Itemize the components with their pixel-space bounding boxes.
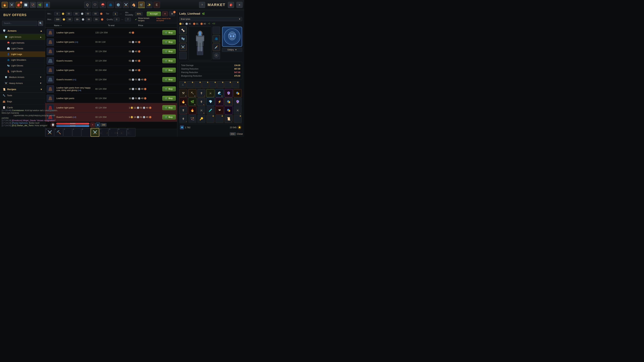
sidebar-item-tools[interactable]: 🔧 Tools: [0, 92, 45, 98]
min-gold-input[interactable]: [54, 12, 60, 15]
slot-ring1[interactable]: [179, 52, 187, 59]
inv-slot[interactable]: 📜 1: [224, 115, 232, 123]
inv-slot[interactable]: 🗡 3: [179, 115, 187, 123]
top-icon-skills[interactable]: ⚔️: [9, 2, 15, 8]
nav-quests[interactable]: Q Q: [84, 2, 90, 8]
sidebar-item-light-helmets[interactable]: ⛑️ Light Helmets: [0, 40, 45, 46]
slot-helmet[interactable]: [213, 27, 220, 34]
search-button[interactable]: 🔍: [38, 21, 43, 26]
quality-max-input[interactable]: [125, 17, 131, 21]
buy-button[interactable]: 🛒 Buy: [162, 58, 176, 63]
inv-slot[interactable]: ⛏ 16: [188, 89, 196, 97]
sidebar-item-cards[interactable]: 🃏 Cards: [0, 105, 45, 111]
table-row[interactable]: Guard's trousers [+1] 0D 12H 35M 01 ○ 01…: [45, 75, 177, 84]
accept-button[interactable]: Accept: [147, 11, 161, 16]
table-row[interactable]: Leather light pants 0D 15H 46M 01 S 40 C…: [45, 65, 177, 75]
top-icon-profile[interactable]: 👤: [44, 2, 50, 8]
table-row[interactable]: Guard's trousers 1D 12H 35M 01 S 40 C 🛒 …: [45, 56, 177, 65]
inv-slot[interactable]: 🌊 26: [216, 89, 224, 97]
inv-slot[interactable]: 🧪: [206, 106, 214, 114]
lock-slot[interactable]: 🔒: [210, 81, 216, 88]
inv-slot[interactable]: 🔑: [198, 115, 206, 123]
top-icon-guild[interactable]: 🏹: [30, 2, 36, 8]
table-row[interactable]: Leather light pants [+1] 0D 8H 11M 01 S …: [45, 37, 177, 47]
inv-slot[interactable]: 🌿 25: [188, 98, 196, 106]
buy-button[interactable]: 🛒 Buy: [162, 77, 176, 82]
lock-slot[interactable]: 🔒: [224, 81, 232, 88]
sidebar-category-armors[interactable]: 🛡️ Armors ▲: [0, 27, 45, 34]
nav-market[interactable]: 🛒 VISITING: [138, 2, 144, 8]
max-silver2-input[interactable]: [74, 17, 80, 21]
slot-weapon-right[interactable]: 🗡️: [213, 43, 220, 51]
lock-slot[interactable]: 🔒: [202, 81, 209, 88]
sidebar-item-heavy-armors[interactable]: ⚔️ Heavy Armors ▼: [0, 80, 45, 86]
table-row[interactable]: Leather light pants 12D 12H 35M 40 C 🛒 B…: [45, 28, 177, 37]
table-row[interactable]: Leather light pants from very happy cow,…: [45, 84, 177, 94]
min-silver1-input[interactable]: [66, 12, 72, 15]
inv-slot[interactable]: 🗡 2: [198, 89, 206, 97]
show-known-recipes[interactable]: ✔ Show known recipes: [135, 17, 153, 22]
inv-slot-locked[interactable]: 🔒: [206, 115, 214, 123]
inv-slot-locked[interactable]: 🔒: [216, 115, 224, 123]
inv-slot[interactable]: 🏹: [188, 115, 196, 123]
nav-armor[interactable]: 🧥: [107, 2, 114, 8]
max-gold-input[interactable]: [54, 17, 61, 21]
sidebar-item-light-armors[interactable]: 👕 Light Armors ▲: [0, 34, 45, 40]
close-label[interactable]: Close: [237, 133, 243, 135]
title-dropdown[interactable]: Brak tytułu ▼: [179, 17, 242, 21]
inv-slot[interactable]: ⚔ 15: [198, 106, 206, 114]
sidebar-item-bags[interactable]: 👜 Bags: [0, 98, 45, 105]
inv-slot[interactable]: 🔮: [234, 98, 242, 106]
inv-slot[interactable]: 🗡 1: [179, 106, 187, 114]
inv-slot[interactable]: ❤: [216, 106, 224, 114]
buy-button[interactable]: 🛒 Buy: [162, 49, 176, 54]
top-icon-character[interactable]: 🔥: [2, 2, 8, 8]
hotbar-slot-2[interactable]: 2 ⛏️: [54, 128, 63, 137]
inv-slot[interactable]: 🎭: [224, 106, 232, 114]
buy-button[interactable]: 🛒 Buy: [162, 68, 176, 72]
hotbar-slot-6[interactable]: 6 ⚔️: [90, 128, 99, 137]
max-silver1-input[interactable]: [67, 17, 72, 21]
search-input[interactable]: [2, 21, 37, 26]
sidebar-category-recipes[interactable]: 📜 Recipes ▼: [0, 86, 45, 92]
table-row[interactable]: Guard's trousers [+2] 0D 12H 35M 1 G 14 …: [45, 112, 177, 122]
clear-button[interactable]: ✕: [162, 11, 168, 16]
inv-slot[interactable]: ⚒ 18: [179, 89, 187, 97]
nav-exit[interactable]: E: [154, 2, 160, 8]
slot-boots[interactable]: ⚬: [213, 52, 220, 59]
nav-extra[interactable]: ✨: [146, 2, 152, 8]
slot-gloves[interactable]: 🧤: [179, 35, 187, 42]
slot-weapon-left[interactable]: ⚔️: [179, 43, 187, 51]
min-copper2-input[interactable]: [92, 12, 98, 15]
lock-slot[interactable]: 🔒: [232, 81, 239, 88]
hotbar-slot-9[interactable]: 9: [118, 128, 126, 137]
min-silver2-input[interactable]: [74, 12, 79, 15]
help-button[interactable]: ?: [199, 2, 205, 8]
esc-close[interactable]: ESC Close: [230, 132, 243, 135]
slot-chest[interactable]: 🧥: [213, 35, 220, 42]
buy-button[interactable]: 🛒 Buy: [162, 105, 176, 110]
lock-slot[interactable]: 🔒: [217, 81, 224, 88]
header-to-end[interactable]: To end: [108, 24, 138, 27]
inv-slot[interactable]: ⚡: [216, 98, 224, 106]
inv-slot[interactable]: 🔥: [188, 106, 196, 114]
table-row[interactable]: Leather light pants 0D 12H 35M 32 ○ 01 S…: [45, 94, 177, 103]
top-icon-map[interactable]: 🌿: [37, 2, 43, 8]
inv-slot[interactable]: 🎭: [234, 89, 242, 97]
hotbar-slot-5[interactable]: 5: [82, 128, 90, 137]
inv-slot[interactable]: 🎭: [224, 98, 232, 106]
max-copper1-input[interactable]: [86, 17, 92, 21]
inv-slot[interactable]: ⚔ 1: [206, 89, 214, 97]
sidebar-item-medium-armors[interactable]: 🛡️ Medium Armors ▼: [0, 74, 45, 80]
slot-shoulders[interactable]: 🦴: [179, 27, 187, 34]
inv-slot[interactable]: 🔥 81: [179, 98, 187, 106]
lock-slot[interactable]: 🔒: [187, 81, 194, 88]
hotbar-slot-7[interactable]: 7: [100, 128, 108, 137]
hotbar-slot-3[interactable]: 3: [64, 128, 72, 137]
esc-key[interactable]: ESC: [230, 132, 236, 135]
hotbar-slot-1[interactable]: 1 ⚔️: [45, 128, 54, 137]
header-price[interactable]: Price: [138, 24, 165, 27]
market-bag-icon[interactable]: 🎒: [228, 2, 234, 8]
buy-button[interactable]: 🛒 Buy: [162, 115, 176, 119]
settings-button[interactable]: ⚙ 2: [169, 11, 175, 16]
